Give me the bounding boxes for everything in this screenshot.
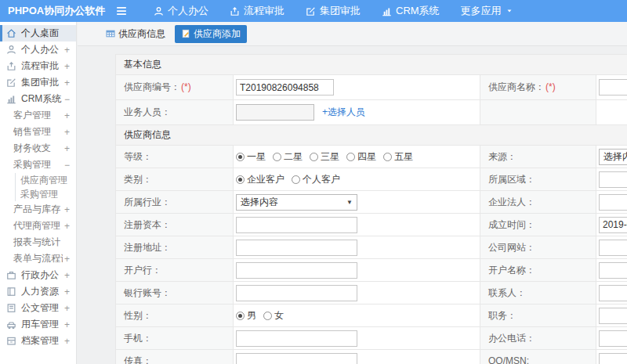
collapse-icon[interactable]: −	[64, 94, 70, 105]
select-box[interactable]: 选择内容▼	[236, 194, 357, 211]
tab-supplier-list[interactable]: 供应商信息	[100, 25, 172, 43]
hamburger-icon[interactable]	[116, 5, 127, 16]
text-input[interactable]	[599, 262, 627, 279]
radio-option[interactable]: 男	[236, 309, 256, 323]
text-input[interactable]	[599, 240, 627, 256]
text-input[interactable]	[236, 104, 314, 121]
top-nav: 个人办公流程审批集团审批CRM系统更多应用	[154, 4, 535, 18]
nav-item[interactable]: 个人办公	[154, 4, 208, 18]
text-input[interactable]	[599, 330, 627, 347]
text-input[interactable]	[599, 171, 627, 188]
radio-option[interactable]: 女	[263, 309, 284, 323]
radio-unchecked-icon[interactable]	[273, 153, 281, 161]
text-input[interactable]	[599, 285, 627, 301]
sidebar-item[interactable]: 档案管理+	[0, 333, 76, 349]
radio-unchecked-icon[interactable]	[292, 175, 300, 184]
expand-icon[interactable]: +	[64, 77, 70, 88]
radio-option[interactable]: 三星	[310, 150, 339, 164]
sidebar-item[interactable]: 财务收支+	[0, 140, 76, 157]
nav-item[interactable]: 流程审批	[230, 4, 285, 18]
expand-icon[interactable]: +	[64, 254, 70, 265]
text-input[interactable]	[236, 217, 357, 233]
sidebar-item[interactable]: 流程审批+	[0, 58, 76, 74]
sidebar-item[interactable]: 人力资源+	[0, 283, 76, 300]
expand-icon[interactable]: +	[64, 336, 70, 347]
sidebar-item[interactable]: 代理商管理+	[0, 218, 76, 234]
radio-unchecked-icon[interactable]	[310, 153, 318, 161]
radio-option[interactable]: 四星	[346, 150, 376, 164]
sidebar-item[interactable]: 用车管理+	[0, 316, 76, 333]
form-value-cell: 企业客户个人客户	[234, 168, 480, 191]
nav-item[interactable]: CRM系统	[382, 4, 440, 18]
radio-checked-icon[interactable]	[236, 312, 245, 320]
expand-icon[interactable]: +	[64, 61, 70, 72]
person-icon	[6, 45, 16, 55]
expand-icon[interactable]: +	[64, 287, 70, 297]
form-label-cell	[480, 100, 596, 125]
expand-icon[interactable]: +	[64, 45, 70, 56]
radio-unchecked-icon[interactable]	[263, 312, 272, 320]
radio-checked-icon[interactable]	[236, 175, 245, 184]
expand-icon[interactable]: +	[64, 270, 70, 281]
radio-unchecked-icon[interactable]	[383, 153, 392, 161]
sidebar-item[interactable]: 公文管理+	[0, 300, 76, 316]
form-value-cell	[596, 350, 627, 364]
text-input[interactable]	[236, 330, 357, 347]
expand-icon[interactable]: +	[64, 127, 70, 138]
text-input[interactable]	[236, 353, 357, 364]
sidebar-item[interactable]: 采购管理−	[0, 157, 76, 173]
radio-option[interactable]: 企业客户	[236, 173, 285, 186]
form-row: 业务人员：+选择人员	[116, 100, 627, 125]
tab-strip: 供应商信息供应商添加	[78, 22, 627, 46]
sidebar-item[interactable]: 报表与统计	[0, 234, 76, 250]
text-input[interactable]	[599, 217, 627, 233]
sidebar-item[interactable]: 个人办公+	[0, 41, 76, 58]
collapse-icon[interactable]: −	[64, 160, 70, 171]
select-box[interactable]: 选择内容▼	[599, 149, 627, 165]
tab-supplier-add[interactable]: 供应商添加	[175, 25, 247, 43]
expand-icon[interactable]: +	[64, 319, 70, 330]
radio-option[interactable]: 一星	[236, 150, 266, 164]
expand-icon[interactable]: +	[64, 303, 70, 314]
text-input[interactable]	[599, 308, 627, 324]
radio-option[interactable]: 个人客户	[292, 173, 340, 186]
form-label: 供应商名称：	[488, 81, 545, 92]
choose-person-link[interactable]: +选择人员	[322, 106, 365, 117]
text-input[interactable]	[599, 353, 627, 364]
sidebar-item[interactable]: 行政办公+	[0, 267, 76, 283]
text-input[interactable]	[236, 79, 334, 96]
text-input[interactable]	[236, 285, 357, 301]
form-label: 公司网站：	[488, 242, 535, 253]
doc-icon	[6, 303, 16, 313]
sidebar-item[interactable]: 产品与库存+	[0, 201, 76, 218]
text-input[interactable]	[236, 262, 357, 279]
sidebar-item[interactable]: 集团审批+	[0, 74, 76, 91]
radio-option[interactable]: 五星	[383, 150, 413, 164]
form-value-cell	[596, 168, 627, 191]
form-row: 等级：一星二星三星四星五星来源：选择内容▼	[116, 146, 627, 168]
sidebar-item[interactable]: 个人桌面	[0, 25, 76, 41]
nav-item[interactable]: 集团审批	[306, 4, 361, 18]
expand-icon[interactable]: +	[64, 143, 70, 154]
sidebar-item[interactable]: 表单与流程设置+	[0, 250, 76, 267]
radio-label: 二星	[284, 150, 303, 164]
sidebar-item[interactable]: 采购管理	[0, 187, 76, 201]
nav-item[interactable]: 更多应用	[461, 4, 513, 18]
sidebar-item[interactable]: 客户管理+	[0, 107, 76, 124]
select-caret-icon: ▼	[346, 199, 353, 206]
radio-label: 五星	[394, 150, 413, 164]
text-input[interactable]	[236, 240, 357, 256]
form-label: 成立时间：	[488, 219, 535, 230]
expand-icon[interactable]: +	[64, 204, 70, 215]
text-input[interactable]	[599, 79, 627, 96]
expand-icon[interactable]: +	[64, 221, 70, 232]
radio-unchecked-icon[interactable]	[346, 153, 355, 161]
sidebar-item[interactable]: CRM系统−	[0, 91, 76, 107]
radio-checked-icon[interactable]	[236, 153, 245, 161]
sidebar-item[interactable]: 供应商管理	[0, 173, 76, 187]
sidebar-item[interactable]: 销售管理+	[0, 124, 76, 140]
text-input[interactable]	[599, 194, 627, 211]
expand-icon[interactable]: +	[64, 110, 70, 121]
radio-option[interactable]: 二星	[273, 150, 303, 164]
sidebar-item-label: 客户管理	[13, 109, 63, 122]
